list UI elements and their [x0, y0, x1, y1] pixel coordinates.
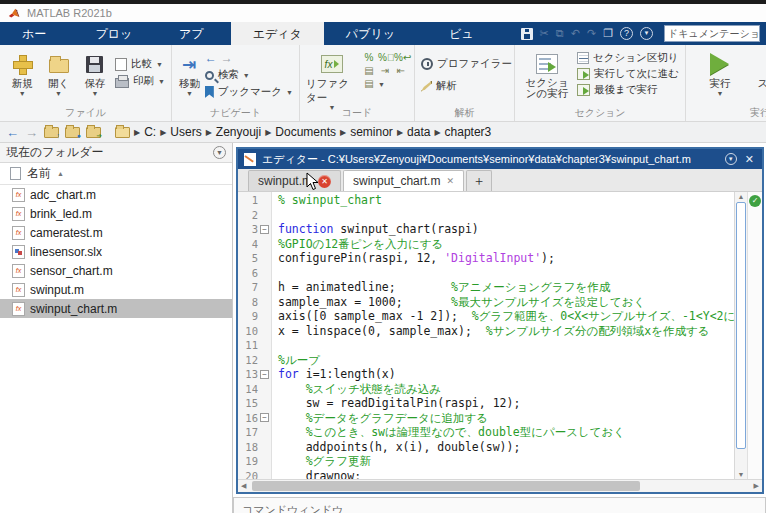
breadcrumb-item[interactable]: Users — [170, 125, 201, 139]
open-button[interactable]: 開く ▼ — [42, 49, 74, 97]
file-row[interactable]: adc_chart.m — [0, 185, 232, 204]
help-icon[interactable]: ? — [620, 27, 633, 40]
uncomment-icon[interactable]: %⃠ — [378, 52, 392, 64]
section-break-button[interactable]: セクション区切り — [577, 51, 679, 65]
file-row[interactable]: swinput_chart.m — [0, 299, 232, 318]
file-group-label: ファイル — [0, 106, 171, 120]
analyze-button[interactable]: 解析 — [421, 79, 512, 93]
refactor-button[interactable]: fx リファクター ▼ — [306, 49, 358, 111]
scroll-up-icon[interactable]: ▲ — [735, 193, 747, 200]
ribbon-tab-5[interactable]: ビュー — [427, 22, 500, 45]
line-number: 6 — [252, 267, 258, 279]
file-row[interactable]: brink_led.m — [0, 204, 232, 223]
breadcrumb-item[interactable]: Zenyouji — [216, 125, 261, 139]
ribbon-tab-0[interactable]: ホーム — [0, 22, 73, 45]
new-folder-icon[interactable]: ➜ — [86, 127, 101, 138]
step-button[interactable]: ↷ ステップ — [756, 49, 766, 91]
run-button[interactable]: 実行 ▼ — [700, 49, 740, 97]
navigate-back-icon[interactable]: ← — [205, 51, 217, 65]
mfile-icon — [12, 283, 25, 297]
up-one-level-icon[interactable]: ↑ — [44, 127, 59, 138]
code-extra-icon[interactable]: ▤ — [362, 78, 376, 90]
qat-dropdown-icon[interactable]: ▼ — [640, 27, 653, 40]
run-advance-button[interactable]: 実行して次に進む — [577, 67, 679, 81]
tab-close-icon[interactable]: ✕ — [446, 176, 454, 186]
ribbon-tab-4[interactable]: パブリッシュ — [324, 22, 427, 45]
scroll-left-icon[interactable]: ◀ — [241, 480, 246, 492]
compare-label: 比較 — [131, 57, 152, 71]
code-group-label: コード — [300, 106, 414, 120]
current-folder-panel: 現在のフォルダー ▼ 名前 ▲ adc_chart.mbrink_led.mca… — [0, 143, 233, 513]
go-button[interactable]: ⇥ 移動 ▼ — [178, 49, 201, 97]
run-section-button[interactable]: セクションの実行 — [521, 49, 573, 99]
breadcrumb-item[interactable]: data — [407, 125, 430, 139]
run-to-end-button[interactable]: 最後まで実行 — [577, 83, 679, 97]
current-folder-menu-icon[interactable]: ▼ — [213, 146, 226, 159]
line-number: 16 — [245, 412, 258, 424]
ribbon-tab-1[interactable]: プロット — [73, 22, 157, 45]
file-row[interactable]: linesensor.slx — [0, 242, 232, 261]
layout-windows-icon[interactable]: ❐ — [603, 27, 613, 40]
file-row[interactable]: sensor_chart.m — [0, 261, 232, 280]
breadcrumb-separator-icon: ▶ — [397, 128, 403, 137]
breadcrumb-item[interactable]: Documents — [275, 125, 336, 139]
code-fold-icon[interactable]: − — [260, 413, 269, 422]
file-row[interactable]: cameratest.m — [0, 223, 232, 242]
new-tab-button[interactable]: ＋ — [466, 170, 492, 191]
compare-button[interactable]: 比較 ▼ — [115, 57, 165, 71]
smart-indent-icon[interactable]: ▤ — [362, 65, 376, 77]
breadcrumb-item[interactable]: chapter3 — [445, 125, 492, 139]
code-line: %スイッチ状態を読み込み — [278, 382, 734, 397]
tab-close-hover-icon[interactable]: ✕ — [318, 175, 331, 188]
ribbon-tab-2[interactable]: アプリ — [157, 22, 231, 45]
horizontal-scroll-thumb[interactable] — [252, 481, 640, 491]
simulink-file-icon — [12, 245, 25, 259]
command-window-panel[interactable]: コマンドウィンドウ — [233, 497, 766, 513]
browse-folder-icon[interactable]: ● — [65, 127, 80, 138]
ribbon-tab-3[interactable]: エディター — [231, 22, 324, 45]
editor-titlebar[interactable]: エディター - C:¥Users¥Zenyouji¥Documents¥semi… — [238, 149, 762, 169]
wrap-comments-icon[interactable]: %↩ — [394, 52, 408, 64]
code-token: addpoints(h, x(i), double(sw)); — [278, 440, 520, 454]
profiler-button[interactable]: プロファイラー — [421, 57, 512, 71]
comment-icon[interactable]: % — [362, 52, 376, 64]
documentation-search-input[interactable]: ドキュメンテーションの検索 — [664, 25, 760, 42]
indent-left-icon[interactable]: ⇤ — [394, 65, 408, 77]
line-number: 11 — [245, 339, 258, 351]
breadcrumb-item[interactable]: seminor — [350, 125, 393, 139]
vertical-scroll-thumb[interactable] — [736, 202, 746, 449]
vertical-scrollbar[interactable]: ▲ ▼ — [734, 192, 747, 479]
compare-caret-icon: ▼ — [156, 61, 163, 68]
run-caret-icon: ▼ — [717, 91, 724, 97]
code-grid-caret-icon[interactable]: ▼ — [378, 81, 385, 88]
find-button[interactable]: 検索 ▼ — [205, 68, 293, 82]
save-button[interactable]: 保存 ▼ — [79, 49, 111, 97]
file-list-header[interactable]: 名前 ▲ — [0, 163, 232, 185]
editor-menu-icon[interactable]: ▼ — [725, 153, 737, 165]
file-row[interactable]: swinput.m — [0, 280, 232, 299]
line-number: 5 — [252, 252, 258, 264]
new-button[interactable]: 新規 ▼ — [6, 49, 38, 97]
breadcrumb-separator-icon: ▶ — [434, 128, 440, 137]
back-icon[interactable]: ← — [6, 125, 19, 140]
quick-save-icon[interactable] — [521, 28, 533, 40]
code-area[interactable]: % swinput_chartfunction swinput_chart(ra… — [272, 192, 734, 479]
editor-tab[interactable]: swinput.m✕ — [248, 170, 341, 191]
indent-right-icon[interactable]: ⇥ — [378, 65, 392, 77]
comment-token: %グラフ範囲を、0<X<サンプルサイズ、-1<Y<2にて — [458, 309, 734, 323]
editor-tab[interactable]: swinput_chart.m✕ — [343, 170, 464, 191]
scroll-right-icon[interactable]: ▶ — [754, 480, 759, 492]
scroll-down-icon[interactable]: ▼ — [735, 471, 747, 478]
editor-close-icon[interactable]: ✕ — [743, 153, 756, 166]
current-folder-header: 現在のフォルダー ▼ — [0, 143, 232, 163]
breadcrumb-item[interactable]: C: — [144, 125, 156, 139]
code-fold-icon[interactable]: − — [260, 370, 269, 379]
horizontal-scrollbar[interactable]: ◀ ▶ — [238, 479, 762, 492]
print-button[interactable]: 印刷 ▼ — [115, 74, 165, 88]
analyzer-ok-icon[interactable]: ✓ — [749, 195, 761, 207]
refactor-label: リファクター — [306, 77, 358, 105]
editor-tab-label: swinput_chart.m — [353, 174, 440, 188]
line-number: 12 — [245, 354, 258, 366]
bookmark-button[interactable]: ブックマーク ▼ — [205, 85, 293, 99]
code-fold-icon[interactable]: − — [260, 225, 269, 234]
